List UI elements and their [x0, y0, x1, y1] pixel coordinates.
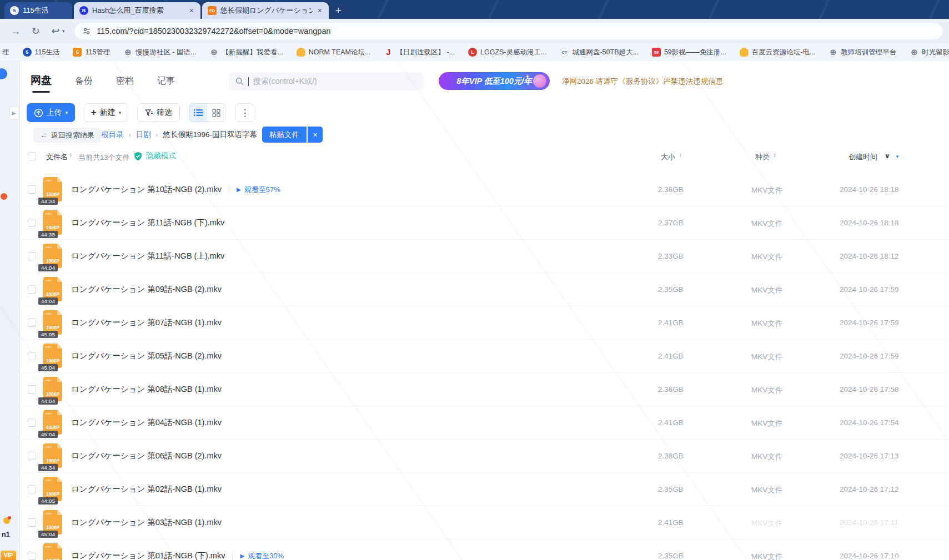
reload-icon[interactable]: ↻ — [27, 25, 44, 37]
table-row[interactable]: mkv 1080P 44:04 ロングバケーション 第11話-NGB (上).m… — [0, 240, 949, 273]
table-row[interactable]: mkv 1080P 44:05 ロングバケーション 第02話-NGB (1).m… — [0, 473, 949, 506]
file-name[interactable]: ロングバケーション 第05話-NGB (2).mkv — [71, 351, 222, 361]
grid-view-button[interactable] — [207, 104, 225, 122]
file-name[interactable]: ロングバケーション 第11話-NGB (下).mkv — [71, 218, 224, 228]
breadcrumb-folder[interactable]: 日剧 — [136, 130, 151, 140]
bookmark-item[interactable]: 59 59影视——免注册... — [652, 48, 726, 57]
bookmark-item[interactable]: ⊕ 时光留影 - — [910, 48, 949, 57]
file-name[interactable]: ロングバケーション 第09話-NGB (2).mkv — [71, 284, 222, 295]
sort-icon[interactable]: ▲▼ — [69, 152, 72, 158]
hidden-mode-toggle[interactable]: 隐藏模式 — [133, 151, 176, 161]
select-all-checkbox[interactable] — [28, 152, 36, 160]
file-name[interactable]: ロングバケーション 第08話-NGB (1).mkv — [71, 384, 222, 395]
table-row[interactable]: mkv 1080P 44:34 ロングバケーション 第06話-NGB (2).m… — [0, 440, 949, 473]
folded-corner-icon — [57, 310, 62, 315]
vip-promo-banner[interactable]: 8年VIP 低至100元/年 ✦ — [439, 72, 550, 90]
watch-progress-link[interactable]: ▶观看至57% — [237, 185, 280, 195]
forward-icon[interactable]: → — [7, 26, 24, 37]
file-kind: MKV文件 — [751, 219, 782, 229]
row-checkbox[interactable] — [28, 219, 36, 227]
row-checkbox[interactable] — [28, 518, 36, 527]
bookmark-item[interactable]: 5 115生活 — [23, 48, 60, 57]
new-tab-button[interactable]: + — [335, 4, 342, 17]
file-name[interactable]: ロングバケーション 第01話-NGB (下).mkv — [71, 551, 225, 560]
row-checkbox[interactable] — [28, 452, 36, 460]
row-checkbox[interactable] — [28, 552, 36, 560]
column-name[interactable]: 文件名 — [46, 152, 68, 162]
column-created[interactable]: 创建时间 — [848, 152, 877, 162]
table-row[interactable]: mkv 1080P 44:04 ロングバケーション 第08話-NGB (1).m… — [0, 373, 949, 406]
table-row[interactable]: mkv 1080P 44:04 ロングバケーション 第01話-NGB (下).m… — [0, 539, 949, 560]
breadcrumb-root[interactable]: 根目录 — [101, 130, 124, 140]
tab-beifen[interactable]: 备份 — [75, 75, 93, 87]
file-count: 当前共13个文件 — [78, 153, 129, 163]
file-name[interactable]: ロングバケーション 第07話-NGB (1).mkv — [71, 317, 222, 328]
file-name[interactable]: ロングバケーション 第02話-NGB (1).mkv — [71, 484, 222, 495]
column-size[interactable]: 大小 — [661, 152, 675, 162]
tab-wangpan[interactable]: 网盘 — [31, 73, 52, 88]
row-checkbox[interactable] — [28, 385, 36, 393]
table-row[interactable]: mkv 1080P 44:35 ロングバケーション 第11話-NGB (下).m… — [0, 206, 949, 240]
paste-files-button[interactable]: 粘贴文件 — [262, 127, 307, 143]
bookmark-item[interactable]: J 【日剧连载区】 -... — [384, 48, 455, 57]
tab-close-icon[interactable]: × — [188, 6, 195, 15]
duration-badge: 44:34 — [38, 464, 58, 471]
table-row[interactable]: mkv 1080P 45:04 ロングバケーション 第04話-NGB (1).m… — [0, 406, 949, 440]
bookmark-favicon — [297, 48, 305, 57]
row-checkbox[interactable] — [28, 485, 36, 493]
sort-icon[interactable]: ▲▼ — [773, 152, 776, 158]
duration-badge: 45:05 — [38, 331, 58, 338]
bookmark-item[interactable]: 理 — [2, 48, 9, 57]
list-view-button[interactable] — [189, 104, 207, 122]
address-bar[interactable]: 115.com/?cid=1850230032329742272&offset=… — [74, 23, 942, 39]
row-checkbox[interactable] — [28, 252, 36, 260]
browser-tab[interactable]: 5 115生活 — [4, 2, 72, 19]
file-name[interactable]: ロングバケーション 第03話-NGB (1).mkv — [71, 517, 222, 528]
sidebar-expand-button[interactable]: ▶ — [9, 107, 18, 120]
tab-midang[interactable]: 密档 — [116, 75, 134, 87]
browser-tab[interactable]: B Hash怎么用_百度搜索 × — [74, 2, 200, 19]
filter-button[interactable]: 筛选 — [137, 103, 180, 122]
paste-cancel-icon[interactable]: × — [308, 127, 323, 143]
bookmark-item[interactable]: 5 115管理 — [73, 48, 110, 57]
row-checkbox[interactable] — [28, 319, 36, 327]
file-name[interactable]: ロングバケーション 第04話-NGB (1).mkv — [71, 417, 222, 428]
bookmark-item[interactable]: CT 城通网盘-50TB超大... — [560, 48, 638, 57]
row-checkbox[interactable] — [28, 418, 36, 427]
more-actions-button[interactable]: ⋮ — [235, 103, 254, 122]
history-caret-icon[interactable]: ▾ — [62, 28, 69, 34]
table-row[interactable]: mkv 1080P 45:04 ロングバケーション 第03話-NGB (1).m… — [0, 506, 949, 539]
bookmark-item[interactable]: NORM TEAM论坛... — [297, 48, 371, 57]
new-button[interactable]: + 新建 ▾ — [84, 103, 128, 122]
bookmark-item[interactable]: ⊕ 【新提醒】我爱看... — [209, 48, 283, 57]
table-row[interactable]: mkv 1080P 45:05 ロングバケーション 第07話-NGB (1).m… — [0, 306, 949, 340]
table-row[interactable]: mkv 1080P 44:04 ロングバケーション 第09話-NGB (2).m… — [0, 273, 949, 306]
bookmark-label: LGGZS-灵感动漫工... — [480, 48, 546, 57]
file-name[interactable]: ロングバケーション 第10話-NGB (2).mkv — [71, 184, 222, 195]
file-name[interactable]: ロングバケーション 第06話-NGB (2).mkv — [71, 451, 222, 461]
bookmark-item[interactable]: ⊕ 慢慢游社区 - 国语... — [123, 48, 196, 57]
browser-tab[interactable]: FD 悠长假期ロングバケーション × — [202, 2, 329, 19]
watch-progress-link[interactable]: ▶观看至30% — [240, 551, 284, 560]
back-to-search-button[interactable]: ← 返回搜索结果 — [33, 128, 101, 143]
table-row[interactable]: mkv 1080P 45:04 ロングバケーション 第05話-NGB (2).m… — [0, 340, 949, 373]
sidebar-avatar-icon[interactable] — [0, 68, 7, 79]
bookmark-item[interactable]: 百度云资源论坛-电... — [740, 48, 816, 57]
bookmark-item[interactable]: ⊕ 教师培训管理平台 — [829, 48, 896, 57]
bookmark-item[interactable]: L LGGZS-灵感动漫工... — [468, 48, 546, 57]
upload-button[interactable]: 上传 ▾ — [27, 103, 75, 122]
tab-close-icon[interactable]: × — [317, 6, 323, 15]
tab-jishi[interactable]: 记事 — [157, 75, 175, 87]
row-checkbox[interactable] — [28, 185, 36, 194]
table-row[interactable]: mkv 1080P 44:34 ロングバケーション 第10話-NGB (2).m… — [0, 173, 949, 206]
file-ext-label: mkv — [46, 179, 52, 182]
search-input[interactable]: 搜索(control+K或/) — [229, 72, 423, 90]
column-kind[interactable]: 种类 — [755, 152, 770, 162]
file-name[interactable]: ロングバケーション 第11話-NGB (上).mkv — [71, 251, 224, 261]
sort-icon[interactable]: ▲▼ — [679, 152, 682, 158]
row-checkbox[interactable] — [28, 352, 36, 360]
site-settings-icon[interactable] — [82, 27, 91, 36]
row-checkbox[interactable] — [28, 285, 36, 294]
chevron-down-icon[interactable]: ∨ — [885, 152, 890, 160]
bookmark-favicon: ⊕ — [209, 48, 218, 57]
